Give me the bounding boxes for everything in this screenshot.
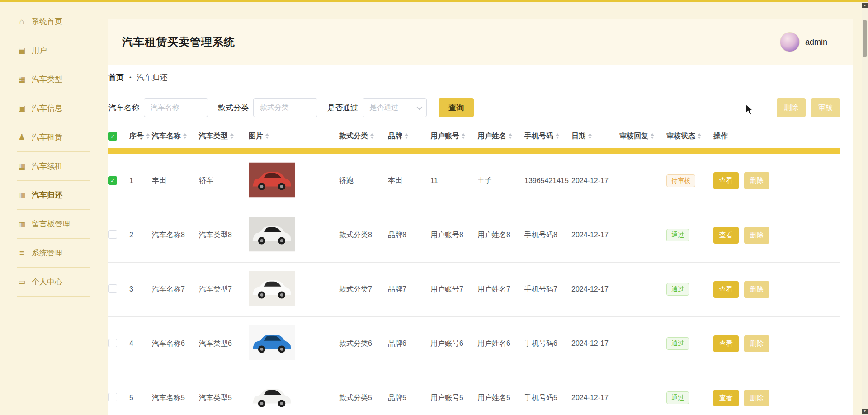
cell-audit-reply <box>619 371 666 415</box>
column-header[interactable]: 审核状态 <box>666 124 713 148</box>
vertical-scrollbar[interactable]: ▲ ▼ <box>862 2 868 415</box>
sort-icon[interactable] <box>588 133 592 139</box>
cell-audit-reply <box>619 262 666 316</box>
status-badge: 通过 <box>666 283 689 296</box>
sidebar-item-message-board[interactable]: ▦留言板管理 <box>17 210 90 239</box>
car-image[interactable] <box>249 212 295 256</box>
cell-user-account: 用户账号5 <box>430 371 477 415</box>
column-header[interactable]: 日期 <box>571 124 619 148</box>
sort-icon[interactable] <box>462 133 465 139</box>
sidebar-item-label: 汽车类型 <box>32 74 62 85</box>
sidebar-item-label: 汽车续租 <box>32 161 62 171</box>
view-button[interactable]: 查看 <box>713 335 739 352</box>
cell-index: 5 <box>129 371 152 415</box>
car-image[interactable] <box>249 375 295 415</box>
sort-icon[interactable] <box>556 133 559 139</box>
style-category-input[interactable] <box>253 98 317 117</box>
batch-delete-button[interactable]: 删除 <box>777 98 806 117</box>
cell-user-account: 用户账号7 <box>430 262 477 316</box>
sidebar-item-label: 系统管理 <box>32 248 62 258</box>
cell-phone: 13965421415 <box>524 154 571 208</box>
view-button[interactable]: 查看 <box>713 281 739 298</box>
sidebar-item-users[interactable]: ▤用户 <box>17 36 90 65</box>
sort-icon[interactable] <box>405 133 408 139</box>
select-all-checkbox[interactable]: ✓ <box>108 132 117 141</box>
delete-button[interactable]: 删除 <box>744 281 769 298</box>
view-button[interactable]: 查看 <box>713 227 739 244</box>
user-name: admin <box>805 38 827 47</box>
sort-icon[interactable] <box>183 133 187 139</box>
delete-button[interactable]: 删除 <box>744 227 769 244</box>
breadcrumb-home[interactable]: 首页 <box>108 72 124 83</box>
sidebar-item-car-renew[interactable]: ▦汽车续租 <box>17 152 90 181</box>
sidebar-item-profile[interactable]: ▭个人中心 <box>17 268 90 297</box>
column-header[interactable]: 用户姓名 <box>477 124 524 148</box>
row-checkbox[interactable] <box>108 284 117 293</box>
status-badge: 通过 <box>666 391 689 404</box>
column-header[interactable]: 图片 <box>249 124 339 148</box>
car-name-input[interactable] <box>144 98 208 117</box>
cell-audit-reply <box>619 154 666 208</box>
scroll-down-arrow[interactable]: ▼ <box>862 409 868 414</box>
cell-index: 4 <box>129 316 152 371</box>
cell-style-category: 款式分类6 <box>339 316 388 371</box>
sort-icon[interactable] <box>265 133 269 139</box>
row-checkbox[interactable]: ✓ <box>108 176 117 185</box>
car-image[interactable] <box>249 267 295 310</box>
column-header[interactable]: 用户账号 <box>430 124 477 148</box>
pass-select-value: 是否通过 <box>369 103 398 113</box>
cell-car-name: 汽车名称5 <box>152 371 199 415</box>
cell-car-name: 汽车名称8 <box>152 208 199 262</box>
car-image[interactable] <box>249 321 295 364</box>
car-image[interactable] <box>249 158 295 202</box>
view-button[interactable]: 查看 <box>713 172 739 189</box>
scroll-up-arrow[interactable]: ▲ <box>862 3 868 8</box>
sidebar-item-car-rental[interactable]: ♟汽车租赁 <box>17 123 90 152</box>
car-return-table: ✓序号汽车名称汽车类型图片款式分类品牌用户账号用户姓名手机号码日期审核回复审核状… <box>108 124 840 415</box>
column-header[interactable]: 汽车名称 <box>152 124 199 148</box>
view-button[interactable]: 查看 <box>713 390 739 406</box>
user-menu[interactable]: admin <box>780 32 827 52</box>
avatar[interactable] <box>780 32 800 52</box>
search-button[interactable]: 查询 <box>439 98 474 117</box>
row-checkbox[interactable] <box>108 339 117 347</box>
sidebar-item-system[interactable]: ≡系统管理 <box>17 239 90 268</box>
delete-button[interactable]: 删除 <box>744 390 769 406</box>
column-header[interactable]: 品牌 <box>388 124 430 148</box>
sort-icon[interactable] <box>698 133 701 139</box>
sort-icon[interactable] <box>146 133 150 139</box>
column-header[interactable]: 款式分类 <box>339 124 388 148</box>
sidebar-item-car-type[interactable]: ▦汽车类型 <box>17 65 90 94</box>
cell-audit-reply <box>619 208 666 262</box>
column-header[interactable]: 手机号码 <box>524 124 571 148</box>
cell-user-name: 王子 <box>477 154 524 208</box>
sidebar-item-car-return[interactable]: ▥汽车归还 <box>17 181 90 210</box>
cell-user-account: 用户账号6 <box>430 316 477 371</box>
idcard-icon: ▭ <box>17 277 26 287</box>
car-name-label: 汽车名称 <box>108 103 139 113</box>
pass-select[interactable]: 是否通过 <box>363 98 427 117</box>
cell-style-category: 款式分类5 <box>339 371 388 415</box>
row-checkbox[interactable] <box>108 393 117 401</box>
table-header-row: ✓序号汽车名称汽车类型图片款式分类品牌用户账号用户姓名手机号码日期审核回复审核状… <box>108 124 840 148</box>
scrollbar-thumb[interactable] <box>863 20 867 57</box>
delete-button[interactable]: 删除 <box>744 172 769 189</box>
sort-icon[interactable] <box>651 133 654 139</box>
batch-audit-button[interactable]: 审核 <box>811 98 840 117</box>
sort-icon[interactable] <box>230 133 234 139</box>
grid-icon: ▦ <box>17 161 26 171</box>
column-header[interactable]: 序号 <box>129 124 152 148</box>
delete-button[interactable]: 删除 <box>744 335 769 352</box>
sort-icon[interactable] <box>370 133 374 139</box>
sidebar-item-label: 留言板管理 <box>32 219 70 229</box>
sidebar-item-home[interactable]: ⌂系统首页 <box>17 7 90 36</box>
cell-brand: 品牌5 <box>388 371 430 415</box>
column-header[interactable]: 审核回复 <box>619 124 666 148</box>
breadcrumb-current: 汽车归还 <box>137 72 168 83</box>
row-checkbox[interactable] <box>108 230 117 239</box>
cell-car-name: 汽车名称7 <box>152 262 199 316</box>
sidebar-item-car-info[interactable]: ▣汽车信息 <box>17 94 90 123</box>
sort-icon[interactable] <box>509 133 512 139</box>
cell-user-account: 用户账号8 <box>430 208 477 262</box>
column-header[interactable]: 汽车类型 <box>199 124 249 148</box>
